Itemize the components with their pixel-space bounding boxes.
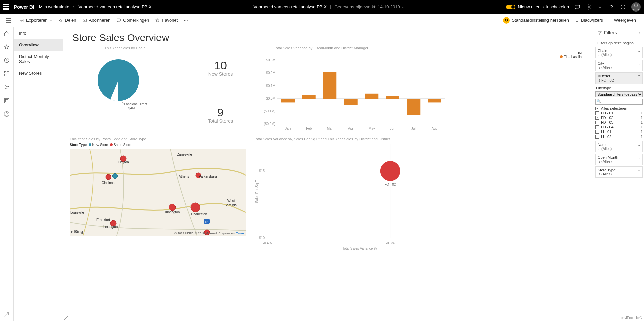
page-nav-district-monthly[interactable]: District Monthly Sales (14, 51, 63, 67)
svg-rect-9 (4, 74, 6, 76)
filter-card-store-type[interactable]: Store Type⌄ is (Alles) (595, 166, 643, 178)
settings-icon[interactable] (586, 4, 592, 10)
svg-text:-0.4%: -0.4% (263, 241, 272, 245)
map-frame[interactable]: 64 Dayton Cincinnati Frankfort L (70, 149, 246, 236)
filter-option[interactable]: FD - 031 (595, 120, 643, 125)
favorite-button[interactable]: Favoriet (155, 18, 178, 23)
download-icon[interactable] (597, 4, 603, 10)
hamburger-icon[interactable] (6, 18, 11, 23)
report-toolbar: Exporteren⌄ Delen Abonneren Opmerkingen … (0, 14, 644, 27)
breadcrumb-workspace[interactable]: Mijn werkruimte (39, 4, 69, 9)
page-nav-new-stores[interactable]: New Stores (14, 67, 63, 79)
filter-option[interactable]: LI - 021 (595, 134, 643, 139)
more-icon[interactable]: ⋯ (184, 18, 188, 23)
share-button[interactable]: Delen (58, 18, 76, 23)
page-nav-overview[interactable]: Overview (14, 39, 63, 51)
help-icon[interactable]: ? (608, 4, 615, 10)
expand-pane-icon[interactable]: › (639, 30, 641, 35)
chat-icon[interactable] (574, 4, 580, 10)
map-point-same[interactable] (120, 156, 126, 162)
svg-text:64: 64 (205, 220, 208, 223)
svg-rect-25 (281, 99, 295, 102)
chevron-down-icon: ⌄ (638, 62, 640, 65)
export-button[interactable]: Exporteren⌄ (19, 18, 52, 23)
map-point-new[interactable] (112, 173, 118, 179)
donut-visual[interactable]: This Year Sales by Chain Fashions Direct… (70, 46, 180, 133)
chevron-down-icon: ⌄ (638, 156, 640, 159)
filtertype-select[interactable]: Standaardfilters toepassen (595, 91, 643, 97)
resize-handle-icon[interactable] (64, 316, 68, 320)
home-icon[interactable] (4, 31, 10, 37)
card-total-stores[interactable]: 9 Total Stores (208, 106, 233, 124)
favorites-icon[interactable] (4, 44, 10, 50)
map-visual[interactable]: This Year Sales by PostalCode and Store … (70, 137, 247, 253)
page-nav: Info Overview District Monthly Sales New… (14, 27, 63, 321)
filter-icon (597, 30, 602, 35)
map-point-same[interactable] (110, 220, 116, 226)
bar-chart-title: Total Sales Variance by FiscalMonth and … (274, 46, 587, 50)
my-workspace-avatar-icon[interactable] (4, 111, 10, 117)
data-updated[interactable]: Gegevens bijgewerkt: 14-10-2019 ⌄ (334, 4, 404, 9)
svg-rect-0 (575, 5, 580, 8)
feedback-icon[interactable] (620, 4, 626, 10)
svg-text:Jul: Jul (411, 127, 416, 130)
svg-rect-29 (323, 72, 336, 99)
report-canvas: Store Sales Overview This Year Sales by … (63, 27, 594, 321)
expand-icon[interactable] (4, 312, 10, 318)
svg-point-10 (5, 86, 7, 87)
apps-icon[interactable] (4, 71, 10, 77)
map-point-same[interactable] (106, 174, 111, 180)
map-point-same[interactable] (169, 204, 176, 211)
map-point-same[interactable] (196, 173, 201, 178)
breadcrumb-report[interactable]: Voorbeeld van een retailanalyse PBIX (79, 4, 152, 9)
filter-option[interactable]: LI - 011 (595, 129, 643, 134)
new-look-toggle[interactable]: Nieuw uiterlijk inschakelen (506, 4, 569, 9)
recent-icon[interactable] (4, 57, 10, 63)
map-terms-link[interactable]: Terms (236, 232, 245, 235)
data-credit: obviEnce llc © (594, 315, 644, 321)
filter-card-name[interactable]: Name⌄ is (Alles) (595, 141, 643, 152)
page-nav-info[interactable]: Info (14, 27, 63, 39)
subscribe-button[interactable]: Abonneren (82, 18, 111, 23)
reset-default-button[interactable]: ↺ Standaardinstelling herstellen (503, 17, 569, 24)
svg-point-11 (7, 86, 9, 87)
report-title-header: Voorbeeld van een retailanalyse PBIX (254, 4, 327, 9)
svg-rect-39 (428, 99, 441, 102)
workspaces-icon[interactable] (4, 98, 10, 104)
svg-text:Jun: Jun (390, 127, 395, 130)
map-point-same[interactable] (191, 203, 200, 212)
filter-card-chain[interactable]: Chain⌄ is (Alles) (595, 47, 643, 58)
user-avatar[interactable] (631, 2, 641, 12)
filter-card-district[interactable]: District⌃ is FD - 02 (595, 72, 643, 84)
donut-title: This Year Sales by Chain (70, 46, 180, 50)
scatter-plot: $15$10Sales Per Sq Ft-0.4%-0.3%Total Sal… (254, 141, 455, 252)
filter-option[interactable]: FD - 021 (595, 115, 643, 120)
header-actions: Nieuw uiterlijk inschakelen ? (506, 2, 641, 12)
app-launcher-icon[interactable] (3, 4, 9, 10)
filter-option[interactable]: FD - 041 (595, 125, 643, 129)
svg-text:FD - 02: FD - 02 (385, 183, 396, 186)
checkbox-icon (595, 111, 599, 115)
bar-chart-plot: $0.3M$0.2M$0.1M$0.0M($0.1M)($0.2M)JanFeb… (261, 59, 448, 132)
svg-text:$0.1M: $0.1M (266, 84, 275, 88)
reset-icon: ↺ (503, 17, 510, 24)
svg-text:Mar: Mar (327, 127, 333, 130)
filtertype-label: Filtertype (595, 85, 643, 91)
view-button[interactable]: Weergeven⌄ (614, 18, 641, 23)
filter-card-open-month[interactable]: Open Month⌄ is (Alles) (595, 154, 643, 165)
map-legend: Store Type New Store Same Store (70, 143, 247, 147)
svg-rect-31 (344, 99, 358, 105)
shared-icon[interactable] (4, 84, 10, 90)
bookmarks-button[interactable]: Bladwijzers⌄ (575, 18, 608, 23)
filter-option-select-all[interactable]: Alles selecteren (595, 106, 643, 111)
scatter-visual[interactable]: Total Sales Variance %, Sales Per Sq Ft … (254, 137, 587, 253)
card-new-stores[interactable]: 10 New Stores (208, 59, 233, 77)
checkbox-icon (595, 107, 599, 110)
bar-chart-visual[interactable]: Total Sales Variance by FiscalMonth and … (261, 46, 587, 133)
filter-search-input[interactable] (595, 99, 643, 105)
filter-card-city[interactable]: City⌄ is (Alles) (595, 60, 643, 71)
comments-button[interactable]: Opmerkingen (116, 18, 149, 23)
filters-subheader: Filters op deze pagina (594, 38, 644, 46)
svg-text:May: May (369, 127, 375, 130)
filter-option[interactable]: FD - 011 (595, 111, 643, 115)
